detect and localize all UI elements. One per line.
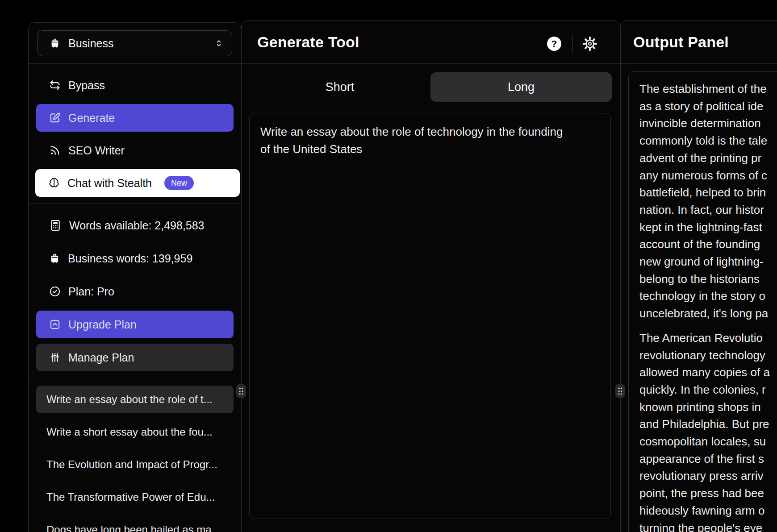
output-text-line: nation. In fact, our histor bbox=[639, 201, 777, 219]
output-text-line: appearance of the first s bbox=[639, 450, 777, 468]
sidebar-item-chat-with-stealth[interactable]: Chat with Stealth New bbox=[35, 169, 240, 197]
history-item[interactable]: The Transformative Power of Edu... bbox=[36, 483, 234, 511]
output-paragraph: The American Revolutio revolutionary tec… bbox=[639, 329, 777, 532]
output-resize-handle[interactable] bbox=[615, 384, 625, 398]
output-text-line: uncelebrated, it's long pa bbox=[639, 305, 777, 322]
edit-icon bbox=[49, 112, 61, 124]
swap-icon bbox=[49, 79, 61, 91]
chevron-up-down-icon bbox=[214, 38, 224, 48]
sidebar-item-label: Generate bbox=[68, 112, 115, 125]
sidebar-item-bypass[interactable]: Bypass bbox=[36, 71, 234, 99]
manage-plan-button[interactable]: Manage Plan bbox=[36, 344, 234, 371]
output-panel-title: Output Panel bbox=[633, 33, 729, 51]
output-text-line: quickly. In the colonies, r bbox=[639, 381, 777, 399]
sidebar-item-generate[interactable]: Generate bbox=[36, 104, 234, 132]
output-text-line: revolutionary technology bbox=[639, 347, 777, 364]
prompt-input[interactable]: Write an essay about the role of technol… bbox=[249, 113, 611, 519]
history-item[interactable]: Write an essay about the role of t... bbox=[36, 386, 234, 413]
arrow-up-square-icon bbox=[49, 318, 61, 331]
sidebar: Business Bypass Generate bbox=[28, 22, 241, 532]
sidebar-nav: Bypass Generate SEO Writer bbox=[29, 64, 241, 204]
output-text-line: belong to the historians bbox=[639, 270, 777, 288]
output-text-line: hideously fawning arm o bbox=[639, 502, 777, 520]
prompt-text: Write an essay about the role of technol… bbox=[260, 123, 571, 158]
output-text-line: advent of the printing pr bbox=[639, 150, 777, 167]
output-text-line: The American Revolutio bbox=[639, 329, 777, 347]
check-circle-icon bbox=[49, 285, 61, 298]
workspace-section: Business bbox=[29, 23, 241, 64]
sidebar-stats: Words available: 2,498,583 Business word… bbox=[29, 204, 241, 377]
output-text-line: invincible determination bbox=[639, 115, 777, 132]
drag-dots-icon bbox=[238, 387, 244, 395]
button-label: Manage Plan bbox=[68, 351, 134, 364]
output-text-line: battlefield, helped to brin bbox=[639, 184, 777, 201]
output-text-line: as a story of political ide bbox=[639, 98, 777, 115]
generate-tool-header: Generate Tool ? bbox=[242, 21, 620, 64]
output-text-line: commonly told is the tale bbox=[639, 132, 777, 150]
output-panel-header: Output Panel bbox=[621, 21, 777, 64]
output-text-line: any numerous forms of c bbox=[639, 167, 777, 184]
length-toggle: Short Long bbox=[249, 72, 612, 102]
workspace-label: Business bbox=[68, 37, 113, 50]
workspace-selector[interactable]: Business bbox=[37, 30, 232, 56]
output-text-line: and Philadelphia. But pre bbox=[639, 416, 777, 433]
help-icon: ? bbox=[551, 38, 557, 49]
output-text-line: allowed many copies of a bbox=[639, 364, 777, 381]
button-label: Upgrade Plan bbox=[68, 318, 137, 331]
tab-long[interactable]: Long bbox=[430, 72, 612, 102]
upgrade-plan-button[interactable]: Upgrade Plan bbox=[36, 311, 234, 338]
briefcase-icon bbox=[49, 37, 61, 49]
output-text-line: account of the founding bbox=[639, 236, 777, 253]
rss-icon bbox=[49, 144, 61, 157]
calculator-icon bbox=[49, 219, 62, 232]
output-text-line: The establishment of the bbox=[639, 80, 777, 98]
plan-stat: Plan: Pro bbox=[36, 278, 234, 305]
history-item[interactable]: The Evolution and Impact of Progr... bbox=[36, 451, 234, 478]
header-divider bbox=[572, 34, 572, 54]
words-available-stat: Words available: 2,498,583 bbox=[36, 212, 234, 239]
sliders-icon bbox=[49, 351, 61, 364]
gear-icon bbox=[582, 36, 598, 52]
sidebar-item-seo-writer[interactable]: SEO Writer bbox=[36, 137, 234, 164]
stat-label: Plan: Pro bbox=[68, 285, 114, 298]
history-item[interactable]: Write a short essay about the fou... bbox=[36, 418, 234, 446]
brain-icon bbox=[48, 177, 60, 189]
output-text-container[interactable]: The establishment of the as a story of p… bbox=[628, 71, 777, 532]
drag-dots-icon bbox=[618, 387, 623, 395]
output-text-line: kept in the lightning-fast bbox=[639, 219, 777, 236]
output-text-line: new ground of lightning- bbox=[639, 253, 777, 270]
sidebar-item-label: SEO Writer bbox=[68, 144, 125, 157]
stat-label: Business words: 139,959 bbox=[68, 252, 192, 265]
output-text-line: revolutionary press arriv bbox=[639, 467, 777, 485]
history-list: Write an essay about the role of t... Wr… bbox=[29, 377, 241, 532]
settings-button[interactable] bbox=[582, 36, 598, 52]
sidebar-item-label: Bypass bbox=[68, 79, 105, 92]
tab-short[interactable]: Short bbox=[249, 72, 430, 102]
history-item[interactable]: Dogs have long been hailed as ma... bbox=[36, 516, 234, 532]
stat-label: Words available: 2,498,583 bbox=[69, 219, 205, 232]
new-badge: New bbox=[164, 176, 194, 190]
output-text-line: technology in the story o bbox=[639, 287, 777, 305]
output-text-line: point, the press had bee bbox=[639, 485, 777, 502]
output-text-line: turning the people's eye bbox=[639, 520, 777, 532]
briefcase-icon bbox=[49, 253, 61, 265]
output-paragraph: The establishment of the as a story of p… bbox=[639, 80, 777, 322]
output-text-line: known printing shops in bbox=[639, 399, 777, 416]
business-words-stat: Business words: 139,959 bbox=[36, 245, 234, 272]
output-text-line: cosmopolitan locales, su bbox=[639, 433, 777, 450]
help-button[interactable]: ? bbox=[547, 37, 561, 51]
page-title: Generate Tool bbox=[257, 33, 359, 51]
sidebar-item-label: Chat with Stealth bbox=[67, 177, 152, 190]
sidebar-resize-handle[interactable] bbox=[236, 384, 246, 398]
